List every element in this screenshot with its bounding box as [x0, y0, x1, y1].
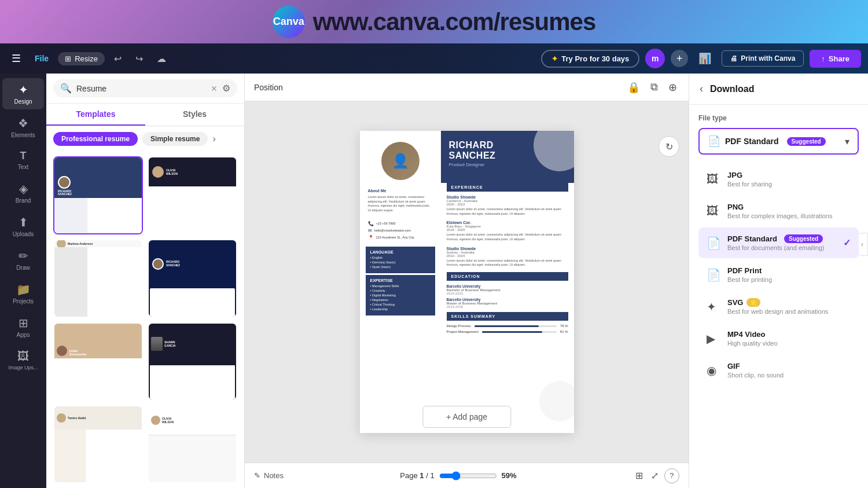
sidebar-item-text-label: Text — [18, 164, 28, 170]
file-type-label: File type — [698, 114, 859, 122]
file-option-mp4[interactable]: ▶ MP4 Video High quality video — [698, 323, 859, 354]
pdf-suggested-badge: Suggested — [784, 234, 823, 243]
file-option-jpg[interactable]: 🖼 JPG Best for sharing — [698, 164, 859, 195]
add-collaborator-button[interactable]: + — [671, 50, 688, 67]
search-input[interactable] — [76, 84, 206, 93]
download-panel-header: ‹ Download — [689, 74, 868, 105]
gif-name: GIF — [727, 362, 851, 370]
skill-item: Design Process 78 % — [447, 324, 568, 328]
print-with-canva-button[interactable]: 🖨 Print with Canva — [722, 50, 804, 67]
canvas-tools: 🔒 ⧉ ⊕ — [625, 79, 679, 96]
file-option-png[interactable]: 🖼 PNG Best for complex images, illustrat… — [698, 196, 859, 226]
search-filter-button[interactable]: ⚙ — [222, 83, 230, 94]
language-label: LANGUAGE — [370, 250, 431, 254]
category-simple-resume[interactable]: Simple resume — [142, 132, 208, 146]
pdf-print-desc: Best for printing — [727, 276, 851, 283]
file-option-svg[interactable]: ✦ SVG ⭐ Best for web design and animatio… — [698, 291, 859, 322]
redo-button[interactable]: ↪ — [131, 51, 148, 67]
tab-styles[interactable]: Styles — [145, 104, 244, 126]
template-card[interactable]: IsabelSchumacher — [53, 322, 143, 401]
experience-label: EXPERIENCE — [451, 185, 564, 189]
experience-item: Studio Showde Sydney - Australia 2010 - … — [447, 247, 568, 267]
add-page-button[interactable]: + Add page — [422, 406, 511, 428]
undo-button[interactable]: ↩ — [109, 51, 126, 67]
university-name: Barcello University — [447, 284, 568, 288]
banner-url: www.canva.com/resumes — [313, 8, 596, 36]
tab-templates[interactable]: Templates — [46, 104, 145, 126]
file-option-pdf-print[interactable]: 📄 PDF Print Best for printing — [698, 259, 859, 290]
gif-info: GIF Short clip, no sound — [727, 362, 851, 379]
template-panel: 🔍 ✕ ⚙ Templates Styles Professional resu… — [46, 74, 245, 488]
download-panel-title: Download — [710, 84, 754, 94]
template-card[interactable]: RICHARDSANCHEZ — [53, 156, 143, 234]
panel-tabs: Templates Styles — [46, 104, 244, 126]
sidebar-item-brand[interactable]: ◈ Brand — [2, 177, 44, 208]
file-type-dropdown[interactable]: 📄 PDF Standard Suggested ▾ — [698, 128, 859, 155]
search-box[interactable]: 🔍 ✕ ⚙ — [53, 79, 237, 97]
file-button[interactable]: File — [30, 52, 53, 65]
menu-button[interactable]: ☰ — [7, 50, 25, 67]
copy-button[interactable]: ⧉ — [648, 79, 660, 96]
try-pro-star-icon: ✦ — [551, 54, 558, 63]
sidebar-item-brand-label: Brand — [16, 197, 31, 204]
mp4-name: MP4 Video — [727, 330, 851, 339]
notes-button[interactable]: ✎ Notes — [254, 471, 284, 480]
sidebar-item-image-upscaler[interactable]: 🖼 Image Ups... — [2, 345, 44, 375]
sidebar-item-design[interactable]: ✦ Design — [2, 78, 44, 109]
file-option-pdf-standard[interactable]: 📄 PDF Standard Suggested Best for docume… — [698, 228, 859, 258]
mp4-info: MP4 Video High quality video — [727, 330, 851, 347]
add-to-page-button[interactable]: ⊕ — [666, 79, 679, 96]
template-card[interactable]: OLIVIAWILSON — [148, 405, 237, 483]
template-card[interactable]: SHAWNGARCIA — [148, 322, 237, 401]
grid-view-button[interactable]: ⊞ — [633, 469, 645, 482]
try-pro-label: Try Pro for 30 days — [561, 54, 629, 63]
fullscreen-button[interactable]: ⤢ — [649, 469, 661, 482]
help-button[interactable]: ? — [664, 468, 679, 483]
sidebar-item-projects[interactable]: 📁 Projects — [2, 278, 44, 309]
skill-percent: 78 % — [560, 324, 568, 328]
try-pro-button[interactable]: ✦ Try Pro for 30 days — [541, 50, 639, 68]
file-options-list: 🖼 JPG Best for sharing 🖼 PNG Best for co… — [698, 164, 859, 386]
education-item: Barcello University Bachelor of Business… — [447, 284, 568, 295]
analytics-button[interactable]: 📊 — [694, 50, 716, 67]
sidebar-item-apps[interactable]: ⊞ Apps — [2, 311, 44, 343]
sidebar-item-draw[interactable]: ✏ Draw — [2, 244, 44, 276]
company-name: Elstown Cor. — [447, 221, 568, 225]
template-card[interactable]: RICHARDSANCHEZ — [148, 239, 237, 317]
category-more-button[interactable]: › — [212, 134, 215, 144]
edu-years: 2014-2023 — [447, 292, 568, 295]
expertise-item: • Critical Thinking — [370, 303, 431, 306]
user-avatar-button[interactable]: m — [645, 49, 665, 68]
resize-button[interactable]: ⊞ Resize — [58, 52, 105, 65]
pdf-print-info: PDF Print Best for printing — [727, 266, 851, 283]
notes-label: Notes — [264, 471, 284, 480]
sidebar-item-elements[interactable]: ❖ Elements — [2, 112, 44, 143]
language-item: • English — [370, 256, 431, 259]
canvas-topbar: Position 🔒 ⧉ ⊕ — [245, 74, 689, 101]
template-card[interactable]: Tamira Hadid — [53, 405, 143, 483]
png-icon: 🖼 — [707, 204, 720, 218]
refresh-button[interactable]: ↻ — [659, 136, 679, 157]
expertise-label: EXPERTISE — [370, 278, 431, 282]
sidebar-item-uploads[interactable]: ⬆ Uploads — [2, 211, 44, 242]
file-type-selected-icon: 📄 — [708, 135, 720, 148]
cloud-save-button[interactable]: ☁ — [152, 51, 171, 67]
template-card[interactable]: Marlena Anderson — [53, 239, 143, 317]
search-clear-button[interactable]: ✕ — [211, 84, 218, 93]
lock-button[interactable]: 🔒 — [625, 79, 642, 96]
jpg-name: JPG — [727, 171, 851, 179]
contact-address: 📍 123 Anywhere St., Any City — [368, 235, 433, 240]
category-professional-resume[interactable]: Professional resume — [53, 132, 138, 146]
sidebar-item-text[interactable]: T Text — [2, 145, 44, 175]
share-label: Share — [829, 54, 849, 63]
template-card[interactable]: OLIVIAWILSON — [148, 156, 237, 234]
resume-photo: 👤 — [380, 140, 421, 182]
file-option-gif[interactable]: ◉ GIF Short clip, no sound — [698, 355, 859, 386]
back-button[interactable]: ‹ — [698, 82, 704, 96]
download-panel: ‹ Download File type 📄 PDF Standard Sugg… — [689, 74, 868, 488]
share-button[interactable]: ↑ Share — [810, 50, 861, 68]
experience-item: Elstown Cor. Kota Baru - Singapore 2016 … — [447, 221, 568, 241]
pdf-print-name: PDF Print — [727, 266, 851, 275]
zoom-slider[interactable] — [439, 471, 497, 480]
text-icon: T — [20, 150, 27, 162]
